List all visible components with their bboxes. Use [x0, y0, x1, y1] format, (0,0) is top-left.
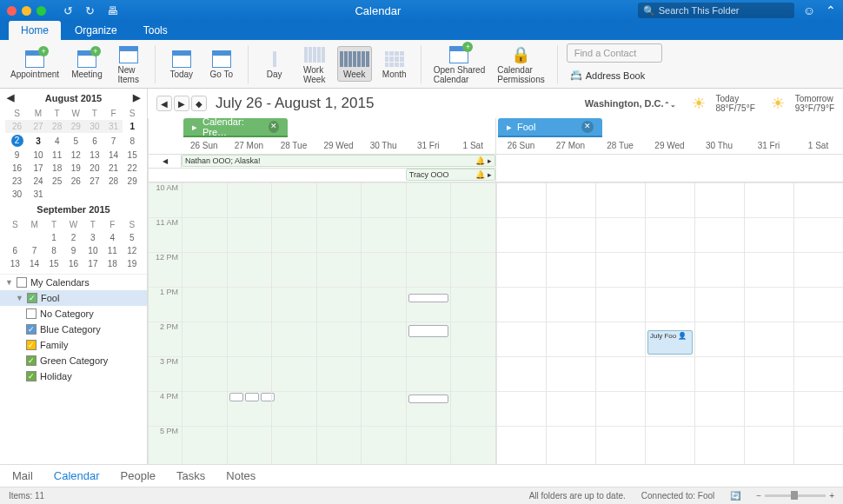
day-column[interactable]: [361, 182, 406, 464]
minical-day[interactable]: 16: [63, 257, 83, 270]
expand-allday-icon[interactable]: ◀: [163, 157, 168, 165]
minical-day[interactable]: 8: [44, 244, 63, 257]
day-column[interactable]: [182, 182, 227, 464]
event[interactable]: [408, 294, 449, 302]
minical-day[interactable]: 31: [29, 188, 48, 201]
minical-day[interactable]: 16: [5, 162, 29, 175]
tab-tools[interactable]: Tools: [131, 21, 180, 40]
day-view-button[interactable]: Day: [257, 47, 292, 81]
minical-day[interactable]: 29: [123, 175, 142, 188]
minical-day[interactable]: 5: [66, 133, 85, 149]
event[interactable]: [229, 393, 243, 401]
minical-day[interactable]: 4: [103, 231, 122, 244]
close-icon[interactable]: [7, 6, 17, 16]
close-icon[interactable]: ✕: [269, 121, 279, 133]
address-book-button[interactable]: 📇Address Book: [567, 66, 662, 84]
minical-day[interactable]: 4: [48, 133, 67, 149]
minical-day[interactable]: 11: [103, 244, 122, 257]
minical-day[interactable]: 17: [29, 162, 48, 175]
minimize-icon[interactable]: [22, 6, 31, 16]
minical-day[interactable]: 19: [123, 257, 142, 270]
minical-day[interactable]: [24, 231, 43, 244]
minical-day[interactable]: 12: [123, 244, 142, 257]
allday-event[interactable]: Tracy OOO🔔 ▸: [406, 169, 495, 181]
day-column[interactable]: [227, 182, 272, 464]
next-month-icon[interactable]: ▶: [133, 92, 140, 103]
minical-day[interactable]: 21: [104, 162, 123, 175]
minical-day[interactable]: 14: [24, 257, 43, 270]
category-no-category[interactable]: ✓No Category: [0, 306, 147, 322]
sync-icon[interactable]: 🔄: [730, 491, 740, 501]
workweek-view-button[interactable]: Work Week: [297, 43, 332, 86]
new-items-button[interactable]: New Items: [111, 43, 146, 86]
event[interactable]: [408, 395, 449, 403]
day-column[interactable]: [271, 182, 316, 464]
minical-day[interactable]: 29: [66, 120, 85, 133]
minical-day[interactable]: 19: [66, 162, 85, 175]
day-column[interactable]: [744, 182, 793, 464]
minical-day[interactable]: 9: [63, 244, 83, 257]
minical-day[interactable]: 3: [83, 231, 103, 244]
minical-day[interactable]: [66, 188, 85, 201]
minical-day[interactable]: 26: [5, 120, 29, 133]
weather-location[interactable]: Washington, D.C.⌃⌄: [585, 98, 676, 109]
prev-week-icon[interactable]: ◀: [156, 96, 172, 111]
day-column[interactable]: [496, 182, 546, 464]
view-notes[interactable]: Notes: [226, 469, 256, 482]
minical-day[interactable]: 15: [123, 149, 142, 162]
zoom-slider[interactable]: −+: [756, 491, 834, 501]
minical-day[interactable]: 20: [85, 162, 104, 175]
minical-day[interactable]: 17: [83, 257, 103, 270]
event[interactable]: [408, 325, 449, 337]
prev-month-icon[interactable]: ◀: [7, 92, 14, 103]
month-view-button[interactable]: Month: [377, 47, 412, 81]
minical-day[interactable]: [48, 188, 67, 201]
view-tasks[interactable]: Tasks: [176, 469, 205, 482]
minical-day[interactable]: 6: [5, 244, 24, 257]
minical-day[interactable]: 28: [104, 175, 123, 188]
permissions-button[interactable]: 🔒Calendar Permissions: [494, 43, 548, 86]
my-calendars-node[interactable]: ▼My Calendars: [0, 275, 147, 290]
view-mail[interactable]: Mail: [12, 469, 33, 482]
category-holiday[interactable]: ✓Holiday: [0, 368, 147, 384]
event-july-foo[interactable]: July Foo 👤: [647, 330, 693, 355]
calendar-label-primary[interactable]: ▸Calendar: Pre…✕: [183, 118, 288, 137]
minical-day[interactable]: [85, 188, 104, 201]
category-blue-category[interactable]: ✓Blue Category: [0, 322, 147, 337]
category-green-category[interactable]: ✓Green Category: [0, 353, 147, 368]
minical-day[interactable]: 2: [63, 231, 83, 244]
minical-day[interactable]: 1: [123, 120, 142, 133]
minical-day[interactable]: 18: [48, 162, 67, 175]
close-icon[interactable]: ✕: [581, 121, 594, 133]
minical-day[interactable]: 11: [48, 149, 67, 162]
minical-day[interactable]: 9: [5, 149, 29, 162]
day-column[interactable]: July Foo 👤: [645, 182, 694, 464]
category-family[interactable]: ✓Family: [0, 337, 147, 353]
minical-day[interactable]: 3: [29, 133, 48, 149]
minical-day[interactable]: 23: [5, 175, 29, 188]
minical-day[interactable]: 5: [123, 231, 142, 244]
minical-day[interactable]: 13: [85, 149, 104, 162]
minical-day[interactable]: 14: [104, 149, 123, 162]
collapse-ribbon-icon[interactable]: ⌃: [826, 3, 836, 17]
event[interactable]: [245, 393, 259, 401]
tab-home[interactable]: Home: [9, 21, 61, 40]
minical-day[interactable]: 22: [123, 162, 142, 175]
day-column[interactable]: [450, 182, 495, 464]
minical-day[interactable]: 6: [85, 133, 104, 149]
minical-day[interactable]: [123, 188, 142, 201]
view-calendar[interactable]: Calendar: [54, 469, 100, 482]
goto-button[interactable]: Go To: [204, 47, 239, 81]
minical-day[interactable]: [5, 231, 24, 244]
minical-day[interactable]: 27: [85, 175, 104, 188]
redo-icon[interactable]: ↻: [85, 4, 95, 17]
minical-day[interactable]: 10: [83, 244, 103, 257]
today-button[interactable]: Today: [164, 47, 199, 81]
day-column[interactable]: [595, 182, 645, 464]
minical-day[interactable]: 7: [24, 244, 43, 257]
minical-day[interactable]: 12: [66, 149, 85, 162]
next-week-icon[interactable]: ▶: [174, 96, 189, 111]
minical-day[interactable]: 24: [29, 175, 48, 188]
zoom-icon[interactable]: [37, 6, 46, 16]
day-column[interactable]: [694, 182, 744, 464]
